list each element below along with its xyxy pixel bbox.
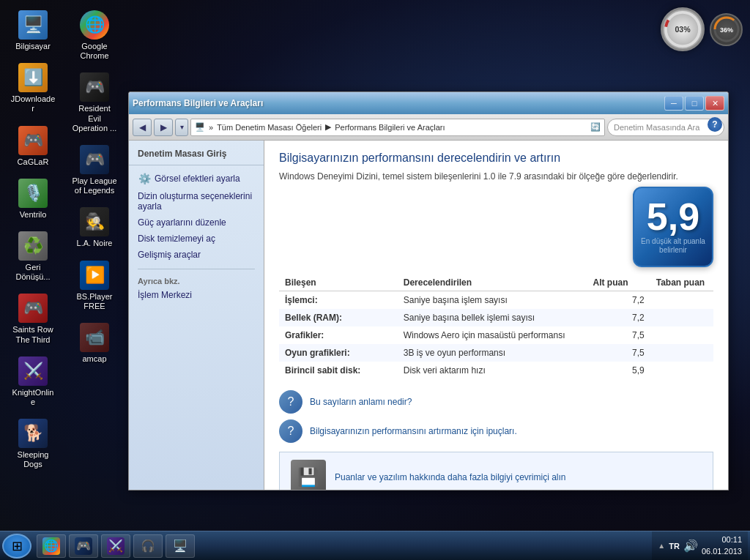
sidebar-item-gelismis[interactable]: Gelişmiş araçlar xyxy=(129,247,264,263)
row3-bileshen: Grafikler: xyxy=(279,326,398,344)
minimize-button[interactable]: ─ xyxy=(664,96,683,111)
sidebar-item-dizin[interactable]: Dizin oluşturma seçeneklerini ayarla xyxy=(129,188,264,214)
desktop-icon-ventrilo[interactable]: 🎙️ Ventrilo xyxy=(7,176,59,223)
row5-alt: 5,9 xyxy=(587,362,650,379)
league-label: Play League of Legends xyxy=(72,176,117,195)
link-text-tips: Bilgisayarınızın performansını artırmanı… xyxy=(310,426,517,436)
col-header-alt: Alt puan xyxy=(587,275,650,291)
ventrilo-icon: 🎙️ xyxy=(18,179,48,208)
maximize-button[interactable]: □ xyxy=(685,96,704,111)
row3-alt: 7,5 xyxy=(587,326,650,344)
desktop-icons-container: 🖥️ Bilgisayar ⬇️ JDownloader 🎮 CaGLaR 🎙️… xyxy=(7,7,125,520)
sidebar-header[interactable]: Denetim Masası Giriş xyxy=(129,146,264,165)
start-button[interactable]: ⊞ xyxy=(2,534,31,559)
row4-alt: 7,5 xyxy=(587,344,650,362)
row2-derecelendirilen: Saniye başına bellek işlemi sayısı xyxy=(398,309,587,326)
islem-label: İşlem Merkezi xyxy=(138,290,192,300)
league-icon: 🎮 xyxy=(80,145,109,174)
taskbar-chrome-icon: 🌐 xyxy=(42,537,60,555)
row3-derecelendirilen: Windows Aero için masaüstü performansı xyxy=(398,326,587,344)
taskbar-lol2[interactable]: ⚔️ xyxy=(101,534,130,558)
gorsel-icon: ⚙️ xyxy=(138,172,151,185)
desktop-icon-amcap[interactable]: 📹 amcap xyxy=(69,320,120,367)
system-tray: ▲ TR 🔊 00:11 06.01.2013 xyxy=(652,531,748,560)
sidebar-item-islem[interactable]: İşlem Merkezi xyxy=(129,287,264,303)
cpu-gauge: 03% xyxy=(661,7,705,51)
sidebar-item-gorsel[interactable]: ⚙️ Görsel efektleri ayarla xyxy=(129,169,264,188)
nav-bar: ◀ ▶ ▾ 🖥️ » Tüm Denetim Masası Öğeleri ▶ … xyxy=(129,114,728,141)
taskbar-headset[interactable]: 🎧 xyxy=(133,534,163,558)
table-row: Bellek (RAM): Saniye başına bellek işlem… xyxy=(279,309,713,326)
taskbar-league[interactable]: 🎮 xyxy=(69,534,98,558)
desktop-icon-bsplayer[interactable]: ▶️ BS.Player FREE xyxy=(69,258,120,314)
gelismis-label: Gelişmiş araçlar xyxy=(138,250,201,260)
row1-bileshen: İşlemci: xyxy=(279,291,398,309)
desktop-icon-jdownloader[interactable]: ⬇️ JDownloader xyxy=(7,60,59,116)
row5-bileshen: Birincil sabit disk: xyxy=(279,362,398,379)
sidebar-item-disk[interactable]: Disk temizlemeyi aç xyxy=(129,231,264,247)
taskbar-monitor-icon: 🖥️ xyxy=(171,537,189,555)
lanoire-icon: 🕵️ xyxy=(80,207,109,236)
main-subtitle: Windows Deneyimi Dizini, temel sistem bi… xyxy=(279,171,713,183)
guc-label: Güç ayarlarını düzenle xyxy=(138,217,226,228)
desktop-icon-league[interactable]: 🎮 Play League of Legends xyxy=(69,142,120,198)
nav-path-refresh-icon[interactable]: 🔄 xyxy=(590,122,601,132)
forward-button[interactable]: ▶ xyxy=(154,119,173,136)
link-item-meaning[interactable]: ? Bu sayıların anlamı nedir? xyxy=(279,390,713,414)
link-item-tips[interactable]: ? Bilgisayarınızın performansını artırma… xyxy=(279,419,713,443)
close-button[interactable]: ✕ xyxy=(705,96,724,111)
breadcrumb-path[interactable]: 🖥️ » Tüm Denetim Masası Öğeleri ▶ Perfor… xyxy=(190,119,605,136)
info-box: 💾 Puanlar ve yazılım hakkında daha fazla… xyxy=(279,452,713,490)
desktop-icon-geri[interactable]: ♻️ Geri Dönüşü... xyxy=(7,228,59,285)
bsplayer-label: BS.Player FREE xyxy=(72,292,117,311)
row4-taban xyxy=(650,344,713,362)
row1-alt: 7,2 xyxy=(587,291,650,309)
gauge-widget-area: 03% 36% xyxy=(661,7,743,51)
sidebar-item-guc[interactable]: Güç ayarlarını düzenle xyxy=(129,214,264,231)
link-text-meaning: Bu sayıların anlamı nedir? xyxy=(310,397,412,407)
lanoire-label: L.A. Noire xyxy=(77,239,113,248)
bilgisayar-icon: 🖥️ xyxy=(18,10,48,40)
sidebar-divider xyxy=(138,269,255,269)
taskbar-headset-icon: 🎧 xyxy=(139,537,157,555)
score-label: En düşük alt puanla belirlenir xyxy=(634,236,712,256)
svg-text:36%: 36% xyxy=(719,26,732,34)
chrome-label: Google Chrome xyxy=(72,42,117,61)
desktop-icon-sleeping[interactable]: 🐕 Sleeping Dogs xyxy=(7,416,59,472)
info-box-icon: 💾 xyxy=(291,460,326,490)
gorsel-label: Görsel efektleri ayarla xyxy=(155,173,240,184)
row4-bileshen: Oyun grafikleri: xyxy=(279,344,398,362)
back-button[interactable]: ◀ xyxy=(133,119,152,136)
down-button[interactable]: ▾ xyxy=(175,119,188,136)
desktop-icon-bilgisayar[interactable]: 🖥️ Bilgisayar xyxy=(7,7,59,54)
desktop-icon-resident[interactable]: 🎮 Resident Evil Operation ... xyxy=(69,70,120,136)
tray-language: TR xyxy=(669,542,680,550)
score-badge: 5,9 En düşük alt puanla belirlenir xyxy=(633,187,713,267)
desktop-icon-lanoire[interactable]: 🕵️ L.A. Noire xyxy=(69,204,120,251)
row2-alt: 7,2 xyxy=(587,309,650,326)
resident-icon: 🎮 xyxy=(80,72,109,102)
amcap-icon: 📹 xyxy=(80,323,109,352)
saints-label: Saints Row The Third xyxy=(10,325,56,344)
tray-expand-icon[interactable]: ▲ xyxy=(658,542,665,550)
row5-taban xyxy=(650,362,713,379)
content-area: Denetim Masası Giriş ⚙️ Görsel efektleri… xyxy=(129,141,728,490)
jdownloader-icon: ⬇️ xyxy=(18,63,48,92)
also-label: Ayrıca bkz. xyxy=(138,277,180,285)
bsplayer-icon: ▶️ xyxy=(80,261,109,290)
desktop-icon-saints[interactable]: 🎮 Saints Row The Third xyxy=(7,291,59,347)
taskbar: ⊞ 🌐 🎮 ⚔️ 🎧 🖥️ ▲ TR 🔊 00:11 06.01.2013 xyxy=(0,531,750,560)
taskbar-chrome[interactable]: 🌐 xyxy=(37,534,66,558)
svg-text:03%: 03% xyxy=(675,25,691,34)
tray-sound-icon[interactable]: 🔊 xyxy=(683,539,698,553)
desktop: 🖥️ Bilgisayar ⬇️ JDownloader 🎮 CaGLaR 🎙️… xyxy=(0,0,750,560)
table-row: Birincil sabit disk: Disk veri aktarım h… xyxy=(279,362,713,379)
desktop-icon-chrome[interactable]: 🌐 Google Chrome xyxy=(69,7,120,64)
main-title: Bilgisayarınızın performansını derecelen… xyxy=(279,152,713,165)
knight-label: KnightOnline xyxy=(10,388,56,407)
desktop-icon-caglor[interactable]: 🎮 CaGLaR xyxy=(7,123,59,170)
taskbar-monitor[interactable]: 🖥️ xyxy=(166,534,195,558)
search-box[interactable]: Denetim Masasında Ara 🔍 xyxy=(607,119,724,136)
desktop-icon-knight[interactable]: ⚔️ KnightOnline xyxy=(7,354,59,410)
info-box-link[interactable]: Puanlar ve yazılım hakkında daha fazla b… xyxy=(335,472,565,482)
